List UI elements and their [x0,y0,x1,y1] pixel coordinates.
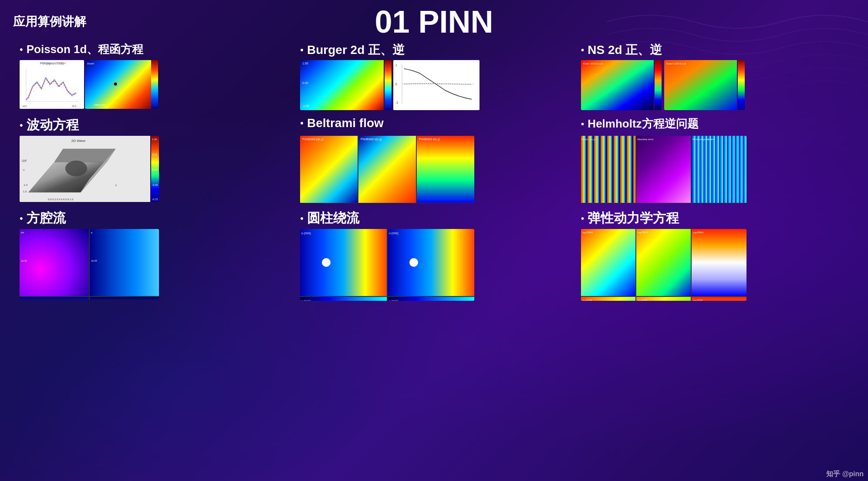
beltrami-image-area: Predicted p(x,y) Predicted u(x,y) Predic… [294,136,574,203]
row3-images: psi 1e+02 p 2e+05 u [13,229,855,301]
elastic-s11-fem: σ₁₁-FEM [581,297,635,301]
svg-text:— True: — True [59,62,66,64]
main-container: 应用算例讲解 01 PINN • Poisson 1d、程函方程 • Burge… [0,0,868,305]
cavity-cell-u: u [20,297,89,299]
row1-images: PNN(epoch7000) -10.0 10.0 — PNN — True [13,60,855,110]
svg-text:Offset (km): Offset (km) [94,104,107,106]
bullet-5: • [300,118,304,129]
svg-text:1.00: 1.00 [302,62,308,65]
svg-text:Predicted v(x,y): Predicted v(x,y) [419,138,440,141]
cylinder-image: u (m/s) u (m/s) v (m/s) v (m/s) [300,229,474,301]
cavity-cell-v: v [90,297,159,299]
svg-text:-10.0: -10.0 [22,105,27,108]
poisson-chart-1: PNN(epoch7000) -10.0 10.0 — PNN — True [20,60,84,109]
helmholtz-cell-2: Absolute error [636,136,691,203]
cavity-image: psi 1e+02 p 2e+05 u [20,229,159,299]
bullet-2: • [300,44,304,56]
svg-text:Predicted u(x,y): Predicted u(x,y) [361,138,382,141]
elastic-s12-fem: σ₁₂-FEM [692,297,746,301]
svg-text:u: u [21,299,22,299]
row2-col2-label: Beltrami flow [307,116,384,130]
svg-point-9 [114,82,117,86]
elastic-s22-fem: σ₂₂-FEM [636,297,691,301]
cylinder-grid: u (m/s) u (m/s) v (m/s) v (m/s) [300,229,474,301]
row1-col1-label: Poisson 1d、程函方程 [27,42,144,57]
helmholtz-grid: Exact u(x,y) Absolute error Residual pre… [581,136,746,203]
row2-col3-header: • Helmholtz方程逆问题 [574,114,855,136]
svg-text:1.0: 1.0 [23,190,27,193]
poisson-image-area: PNN(epoch7000) -10.0 10.0 — PNN — True [13,60,294,110]
svg-text:10.0: 10.0 [72,105,76,108]
burger-field-main: 1.00 0.00 -1.00 [300,60,384,110]
title-row: 应用算例讲解 01 PINN [13,4,855,39]
beltrami-image: Predicted p(x,y) Predicted u(x,y) Predic… [300,136,474,203]
ns-field2-main: Exact v(10.0,x,y) [664,60,737,110]
beltrami-cell-1: Predicted p(x,y) [300,136,358,203]
bullet-8: • [300,213,304,224]
cylinder-v1: v (m/s) [300,297,387,301]
elastic-image-area: σ₁₁-PINN σ₂₂-PINN σ₁₂-PINN σ₁₁-FEM σ₂₂-F… [574,229,855,301]
wave-main: 2D Wave [20,136,150,202]
svg-text:v (m/s): v (m/s) [301,299,311,301]
wave-colorbar: 1.00 0.25 0.00 -0.50 -0.75 [151,136,159,202]
svg-text:σ₁₂-PINN: σ₁₂-PINN [693,231,703,234]
beltrami-cell-3: Predicted v(x,y) [417,136,474,203]
svg-text:v: v [91,299,92,299]
main-title: 01 PINN [196,6,672,37]
svg-text:1: 1 [395,64,397,67]
svg-text:1e+02: 1e+02 [21,259,27,262]
svg-text:σ₂₂-PINN: σ₂₂-PINN [638,231,648,234]
row3-headers: • 方腔流 • 圆柱绕流 • 弹性动力学方程 [13,207,855,229]
helmholtz-image-area: Exact u(x,y) Absolute error Residual pre… [574,136,855,203]
row2-col1-header: • 波动方程 [13,114,294,136]
svg-text:Exact u(x,y): Exact u(x,y) [582,138,596,141]
row1-col3-header: • NS 2d 正、逆 [574,39,855,60]
bullet-3: • [581,44,584,56]
ns1-colorbar [655,60,662,110]
ns-field2-image: Exact v(10.0,x,y) [664,60,745,110]
ns-field1-image: Exact u(10.0,x,y) [581,60,662,110]
svg-text:Depth: Depth [87,62,94,65]
cylinder-image-area: u (m/s) u (m/s) v (m/s) v (m/s) [294,229,574,301]
svg-rect-22 [664,60,737,110]
burger-field-image: 1.00 0.00 -1.00 [300,60,392,110]
ns-field1-main: Exact u(10.0,x,y) [581,60,654,110]
row3-col3-label: 弹性动力学方程 [588,209,679,227]
row2-col2-header: • Beltrami flow [294,114,574,136]
poisson-colormap-image: Depth Offset (km) [85,60,158,109]
wave-image: 2D Wave [20,136,159,202]
svg-text:σ₁₂-FEM: σ₁₂-FEM [693,299,703,301]
app-title-area: 应用算例讲解 [13,13,196,30]
svg-text:Exact u(10.0,x,y): Exact u(10.0,x,y) [583,62,603,65]
svg-text:0.00: 0.00 [152,168,157,171]
bullet-9: • [581,213,584,224]
svg-text:-1.00: -1.00 [302,104,309,108]
cylinder-u1: u (m/s) [300,229,387,296]
row3-col3-header: • 弹性动力学方程 [574,207,855,229]
svg-text:σ₂₂-FEM: σ₂₂-FEM [638,299,647,301]
helmholtz-cell-3: Residual prediction [692,136,746,203]
bullet-1: • [20,44,23,55]
svg-text:2D Wave: 2D Wave [71,139,86,143]
beltrami-cell-2: Predicted u(x,y) [358,136,416,203]
svg-rect-20 [581,60,654,110]
svg-text:Residual prediction: Residual prediction [692,138,715,141]
svg-text:2e+05: 2e+05 [91,259,97,262]
elastic-grid: σ₁₁-PINN σ₂₂-PINN σ₁₂-PINN σ₁₁-FEM σ₂₂-F… [581,229,746,301]
watermark: 知乎 @pinn [826,470,864,479]
app-title: 应用算例讲解 [13,15,86,28]
wave-image-area: 2D Wave [13,136,294,203]
bullet-7: • [20,213,23,224]
cavity-image-area: psi 1e+02 p 2e+05 u [13,229,294,301]
svg-text:-0.50: -0.50 [152,184,158,186]
svg-text:-1.0: -1.0 [23,184,28,186]
svg-text:u (m/s): u (m/s) [301,232,311,235]
svg-text:GIF: GIF [22,159,27,162]
elastic-image: σ₁₁-PINN σ₂₂-PINN σ₁₂-PINN σ₁₁-FEM σ₂₂-F… [581,229,746,301]
svg-text:psi: psi [21,231,24,234]
svg-text:0: 0 [395,83,397,86]
svg-text:u: u [23,168,24,171]
row3-col1-label: 方腔流 [27,209,66,227]
cylinder-v2: v (m/s) [388,297,474,301]
bullet-4: • [20,120,23,131]
